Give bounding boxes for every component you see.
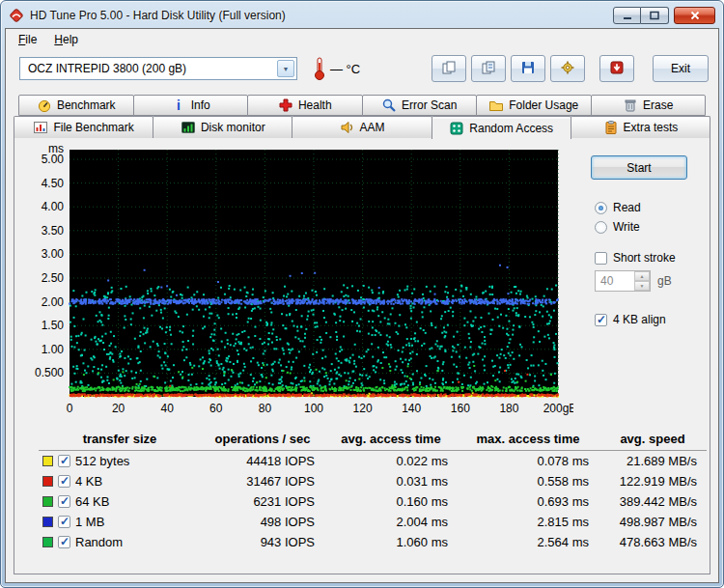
- row-max-2: 0.693 ms: [458, 491, 599, 512]
- row-swatch-2: [42, 496, 53, 507]
- read-radio-row[interactable]: Read: [595, 201, 705, 214]
- row-speed-2: 389.442 MB/s: [599, 491, 707, 512]
- svg-text:80: 80: [259, 402, 272, 415]
- tab-label: Benchmark: [57, 98, 116, 112]
- save-icon: [520, 60, 536, 78]
- tab-label: Error Scan: [402, 98, 457, 112]
- align-label: 4 KB align: [613, 313, 666, 326]
- svg-text:200gB: 200gB: [543, 402, 573, 415]
- exit-button[interactable]: Exit: [653, 55, 709, 82]
- svg-text:180: 180: [499, 402, 518, 415]
- row-avg-1: 0.031 ms: [324, 471, 458, 491]
- start-button[interactable]: Start: [591, 155, 687, 180]
- tab-disk-monitor[interactable]: Disk monitor: [153, 116, 292, 138]
- row-max-1: 0.558 ms: [458, 471, 599, 491]
- svg-text:20: 20: [112, 402, 125, 415]
- header-max-access: max. access time: [458, 429, 599, 451]
- svg-text:40: 40: [161, 402, 175, 415]
- tab-label: AAM: [360, 121, 385, 134]
- svg-text:5.00: 5.00: [42, 153, 65, 166]
- close-button[interactable]: [674, 7, 715, 24]
- svg-text:4.00: 4.00: [42, 200, 65, 213]
- short-stroke-checkbox: [595, 252, 607, 265]
- save-button[interactable]: [511, 55, 545, 82]
- menu-bar: File Help: [6, 29, 718, 50]
- download-arrow-icon: [609, 60, 625, 78]
- maximize-button[interactable]: [641, 7, 669, 24]
- tab-random-access[interactable]: Random Access: [432, 116, 571, 139]
- info-icon: i: [171, 98, 186, 113]
- folder-icon: [488, 98, 504, 113]
- app-window: HD Tune Pro 5.00 - Hard Disk Utility (Fu…: [0, 0, 724, 588]
- svg-text:2.50: 2.50: [42, 271, 65, 285]
- gear-icon: [560, 60, 575, 78]
- menu-help[interactable]: Help: [45, 30, 87, 49]
- row-checkbox-3[interactable]: [58, 516, 70, 528]
- menu-file[interactable]: File: [10, 30, 45, 49]
- copy-text-button[interactable]: [471, 55, 506, 82]
- options-button[interactable]: [550, 55, 585, 82]
- row-max-3: 2.815 ms: [458, 512, 599, 532]
- tab-label: Health: [298, 98, 332, 112]
- svg-text:0.500: 0.500: [35, 366, 64, 379]
- tab-label: Random Access: [469, 122, 553, 135]
- table-row: 64 KB 6231 IOPS 0.160 ms 0.693 ms 389.44…: [39, 491, 707, 512]
- tab-label: Info: [191, 98, 210, 112]
- row-max-4: 2.564 ms: [458, 532, 599, 552]
- tab-info[interactable]: i Info: [133, 95, 249, 116]
- row-checkbox-1[interactable]: [58, 475, 70, 488]
- test-controls: Start Read Write Short str: [573, 144, 705, 421]
- short-stroke-row[interactable]: Short stroke: [595, 251, 705, 265]
- chevron-down-icon[interactable]: ▼: [277, 60, 294, 77]
- svg-text:3.00: 3.00: [42, 247, 65, 261]
- svg-text:1.50: 1.50: [42, 319, 65, 332]
- short-stroke-size-row: ▲ ▼ gB: [595, 270, 705, 292]
- short-stroke-label: Short stroke: [613, 251, 676, 265]
- short-stroke-size-input[interactable]: [596, 271, 634, 291]
- tab-folder-usage[interactable]: Folder Usage: [476, 95, 592, 116]
- write-radio-row[interactable]: Write: [595, 220, 705, 234]
- short-stroke-size-spinner[interactable]: ▲ ▼: [595, 270, 651, 292]
- tab-health[interactable]: Health: [247, 95, 363, 116]
- row-speed-0: 21.689 MB/s: [599, 451, 707, 471]
- random-access-panel: ms5.004.504.003.503.002.502.001.501.000.…: [14, 137, 710, 574]
- svg-text:100: 100: [304, 402, 323, 415]
- trash-icon: [623, 98, 638, 113]
- row-label-1: 4 KB: [75, 474, 102, 489]
- row-swatch-0: [42, 456, 53, 466]
- header-transfer-size: transfer size: [39, 429, 201, 451]
- update-button[interactable]: [599, 55, 634, 82]
- drive-select-value: OCZ INTREPID 3800 (200 gB): [28, 62, 186, 75]
- kb-align-row[interactable]: 4 KB align: [595, 313, 705, 326]
- tab-benchmark[interactable]: Benchmark: [18, 95, 134, 116]
- copy-screenshot-button[interactable]: [432, 55, 466, 82]
- tab-extra-tests[interactable]: Extra tests: [571, 116, 710, 138]
- row-avg-2: 0.160 ms: [324, 491, 458, 512]
- row-ops-1: 31467 IOPS: [201, 471, 324, 491]
- svg-text:i: i: [177, 98, 181, 113]
- row-max-0: 0.078 ms: [458, 451, 599, 471]
- row-speed-4: 478.663 MB/s: [599, 532, 707, 552]
- row-checkbox-2[interactable]: [58, 495, 70, 508]
- row-checkbox-0[interactable]: [58, 455, 70, 467]
- spinner-down-icon[interactable]: ▼: [634, 281, 650, 291]
- row-checkbox-4[interactable]: [58, 536, 70, 548]
- tab-error-scan[interactable]: Error Scan: [362, 95, 478, 116]
- drive-select[interactable]: OCZ INTREPID 3800 (200 gB) ▼: [19, 57, 297, 80]
- copy-text-icon: [481, 60, 496, 78]
- row-ops-2: 6231 IOPS: [201, 491, 324, 512]
- short-stroke-unit-label: gB: [657, 274, 672, 288]
- row-label-0: 512 bytes: [75, 454, 129, 468]
- write-radio-label: Write: [613, 220, 640, 234]
- tab-aam[interactable]: AAM: [292, 116, 432, 138]
- spinner-up-icon[interactable]: ▲: [634, 271, 650, 281]
- tab-file-benchmark[interactable]: File Benchmark: [14, 116, 153, 138]
- tab-label: Disk monitor: [201, 121, 265, 134]
- svg-text:1.00: 1.00: [42, 343, 65, 356]
- access-time-chart: ms5.004.504.003.503.002.502.001.501.000.…: [23, 144, 573, 421]
- row-avg-3: 2.004 ms: [324, 512, 458, 532]
- minimize-button[interactable]: [613, 7, 641, 24]
- read-radio-label: Read: [613, 201, 641, 214]
- tab-erase[interactable]: Erase: [591, 95, 707, 116]
- table-row: 512 bytes 44418 IOPS 0.022 ms 0.078 ms 2…: [39, 451, 707, 471]
